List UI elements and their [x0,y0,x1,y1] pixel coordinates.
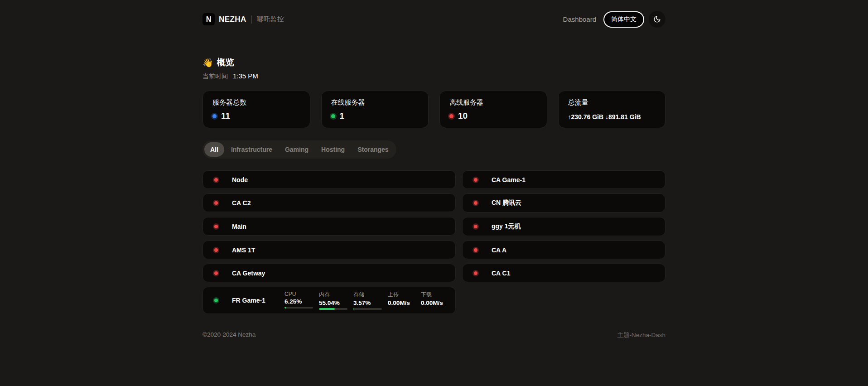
nezha-logo-icon: N [203,13,215,25]
progress-bar [353,308,382,310]
group-tabs: AllInfrastructureGamingHostingStoranges [203,140,396,159]
stat-label: 总流量 [568,98,656,107]
current-time-label: 当前时间 [203,72,228,80]
stat-label: 在线服务器 [331,98,419,107]
status-dot-icon [449,114,453,118]
stat-value-row: 10 [449,111,537,121]
server-status-dot-icon [474,225,477,228]
moon-icon [653,15,661,23]
server-status-dot-icon [214,178,218,182]
stat-value: 10 [458,111,468,121]
server-status-dot-icon [214,248,218,252]
metric-value: 55.04% [319,299,347,306]
server-status-dot-icon [474,248,477,252]
metric-value: 3.57% [353,299,382,306]
metric-label: 内存 [319,291,347,299]
page-title-text: 概览 [217,57,234,68]
server-name: FR Game-1 [232,297,282,304]
server-name: Main [232,223,282,230]
stat-card[interactable]: 在线服务器1 [321,91,429,128]
metric-label: 存储 [353,291,382,299]
server-status-dot-icon [214,225,218,228]
tab-hosting[interactable]: Hosting [315,142,351,157]
metric-label: 下载 [421,291,448,299]
metric-label: 上传 [388,291,415,299]
stat-value-row: 11 [212,111,300,121]
header: N NEZHA 哪吒监控 Dashboard 简体中文 [203,0,665,28]
server-row[interactable]: CN 腾讯云 [462,193,665,212]
header-actions: Dashboard 简体中文 [563,11,665,28]
stats-grid: 服务器总数11在线服务器1离线服务器10总流量↑230.76 GiB ↓891.… [203,91,665,128]
metric-value: 6.25% [285,298,313,305]
metric-value: 0.00M/s [388,299,415,306]
stat-card[interactable]: 离线服务器10 [439,91,547,128]
server-status-dot-icon [474,271,477,275]
stat-value-row: ↑230.76 GiB ↓891.81 GiB [568,113,656,121]
tab-infrastructure[interactable]: Infrastructure [225,142,278,157]
server-status-dot-icon [474,178,477,182]
server-row[interactable]: CA C2 [203,193,456,212]
server-row[interactable]: AMS 1T [203,241,456,259]
brand-subtitle: 哪吒监控 [257,15,284,24]
server-row[interactable]: Node [203,170,456,189]
footer: ©2020-2024 Nezha 主题-Nezha-Dash [203,331,665,361]
server-row[interactable]: Main [203,217,456,236]
server-row[interactable]: CA A [462,241,665,259]
server-row[interactable]: CA Game-1 [462,170,665,189]
server-metrics: CPU6.25%内存55.04%存储3.57%上传0.00M/s下载0.00M/… [285,291,448,310]
language-button[interactable]: 简体中文 [603,11,644,28]
stat-card[interactable]: 服务器总数11 [203,91,310,128]
server-status-dot-icon [214,271,218,275]
metric-label: CPU [285,291,313,297]
server-row[interactable]: ggy 1元机 [462,217,665,236]
progress-bar [319,308,347,310]
theme-toggle-button[interactable] [649,11,665,28]
server-name: CA A [492,246,541,254]
server-row[interactable]: CA C1 [462,264,665,282]
overview-section: 👋 概览 当前时间 1:35 PM 服务器总数11在线服务器1离线服务器10总流… [203,57,665,314]
tab-all[interactable]: All [204,142,224,157]
wave-emoji-icon: 👋 [203,58,213,68]
status-dot-icon [331,114,335,118]
server-name: AMS 1T [232,246,282,254]
stat-value: 1 [340,111,345,121]
current-time-value: 1:35 PM [233,72,258,80]
server-name: CN 腾讯云 [492,199,541,207]
metric-value: 0.00M/s [421,299,448,306]
stat-value-row: 1 [331,111,419,121]
progress-bar [285,307,313,309]
nav-dashboard-link[interactable]: Dashboard [563,15,596,23]
metric-column: CPU6.25% [285,291,313,310]
servers-grid: NodeCA Game-1CA C2CN 腾讯云Mainggy 1元机AMS 1… [203,170,665,314]
brand-name: NEZHA [219,15,246,24]
server-status-dot-icon [214,299,218,302]
server-row[interactable]: CA Getway [203,264,456,282]
status-dot-icon [212,114,217,118]
tab-storanges[interactable]: Storanges [352,142,394,157]
progress-bar-fill [319,308,335,310]
stat-value: 11 [221,111,230,121]
metric-column: 内存55.04% [319,291,347,310]
progress-bar-fill [285,307,286,309]
server-name: CA Getway [232,270,282,277]
stat-label: 服务器总数 [212,98,300,107]
stat-label: 离线服务器 [449,98,537,107]
stat-value: ↑230.76 GiB ↓891.81 GiB [568,113,641,121]
current-time-row: 当前时间 1:35 PM [203,72,665,81]
tab-gaming[interactable]: Gaming [279,142,314,157]
footer-theme-link[interactable]: 主题-Nezha-Dash [617,331,665,339]
server-status-dot-icon [474,201,477,205]
server-status-dot-icon [214,201,218,205]
stat-card[interactable]: 总流量↑230.76 GiB ↓891.81 GiB [558,91,666,128]
page-title: 👋 概览 [203,57,665,68]
metric-column: 存储3.57% [353,291,382,310]
divider [251,15,252,24]
server-row[interactable]: FR Game-1CPU6.25%内存55.04%存储3.57%上传0.00M/… [203,287,456,314]
metric-column: 上传0.00M/s [388,291,415,310]
brand-logo[interactable]: N NEZHA 哪吒监控 [203,13,284,25]
server-name: CA C2 [232,199,282,207]
footer-copyright: ©2020-2024 Nezha [203,331,256,339]
server-name: Node [232,176,282,183]
server-name: CA Game-1 [492,176,541,183]
server-name: CA C1 [492,270,541,277]
